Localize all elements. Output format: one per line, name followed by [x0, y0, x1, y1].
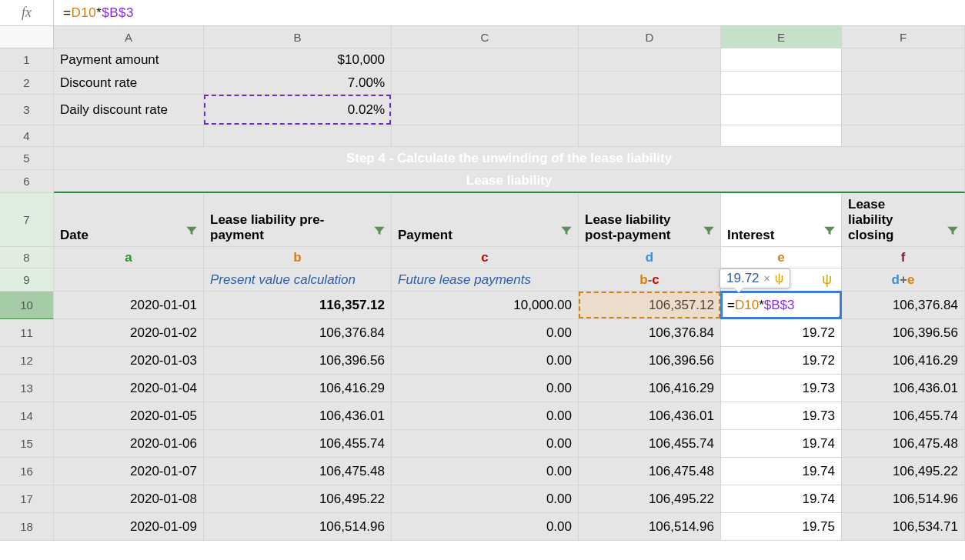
- cell-A15[interactable]: 2020-01-06: [54, 430, 204, 458]
- cell-A2[interactable]: Discount rate: [54, 72, 204, 95]
- filter-icon[interactable]: [702, 224, 716, 242]
- cell-B1[interactable]: $10,000: [204, 48, 392, 72]
- col-header-B[interactable]: B: [204, 26, 392, 48]
- row-header-15[interactable]: 15: [0, 430, 54, 458]
- row-header-16[interactable]: 16: [0, 458, 54, 485]
- cell-C15[interactable]: 0.00: [392, 430, 579, 458]
- cell-D2[interactable]: [579, 72, 721, 95]
- formula-input[interactable]: =D10*$B$3: [54, 0, 965, 25]
- cell-A1[interactable]: Payment amount: [54, 48, 204, 72]
- cell-B15[interactable]: 106,455.74: [204, 430, 392, 458]
- row-header-13[interactable]: 13: [0, 375, 54, 402]
- cell-F17[interactable]: 106,514.96: [842, 485, 965, 513]
- cell-D13[interactable]: 106,416.29: [579, 375, 721, 402]
- filter-icon[interactable]: [946, 224, 960, 242]
- row-header-5[interactable]: 5: [0, 147, 54, 170]
- cell-F4[interactable]: [842, 125, 965, 147]
- cell-E3[interactable]: [721, 95, 842, 125]
- cell-D4[interactable]: [579, 125, 721, 147]
- cell-D12[interactable]: 106,396.56: [579, 347, 721, 375]
- cell-F3[interactable]: [842, 95, 965, 125]
- cell-A16[interactable]: 2020-01-07: [54, 458, 204, 485]
- cell-B14[interactable]: 106,436.01: [204, 402, 392, 430]
- cell-C4[interactable]: [392, 125, 579, 147]
- row-header-9[interactable]: 9: [0, 268, 54, 292]
- cell-C12[interactable]: 0.00: [392, 347, 579, 375]
- cell-D17[interactable]: 106,495.22: [579, 485, 721, 513]
- cell-B3[interactable]: 0.02% ψ: [204, 95, 392, 125]
- cell-E1[interactable]: [721, 48, 842, 72]
- fx-icon[interactable]: fx: [0, 0, 54, 25]
- cell-E17[interactable]: 19.74: [721, 485, 842, 513]
- cell-F8[interactable]: f: [842, 247, 965, 268]
- cell-A17[interactable]: 2020-01-08: [54, 485, 204, 513]
- filter-icon[interactable]: [372, 224, 386, 242]
- cell-F2[interactable]: [842, 72, 965, 95]
- col-header-C[interactable]: C: [392, 26, 579, 48]
- cell-A13[interactable]: 2020-01-04: [54, 375, 204, 402]
- cell-C14[interactable]: 0.00: [392, 402, 579, 430]
- cell-D9[interactable]: b - c: [579, 268, 721, 292]
- cell-B2[interactable]: 7.00%: [204, 72, 392, 95]
- filter-icon[interactable]: [823, 224, 836, 242]
- row-header-8[interactable]: 8: [0, 247, 54, 268]
- cell-E18[interactable]: 19.75: [721, 513, 842, 541]
- filter-icon[interactable]: [185, 224, 199, 242]
- row-header-2[interactable]: 2: [0, 72, 54, 95]
- cell-B8[interactable]: b: [204, 247, 392, 268]
- cell-A4[interactable]: [54, 125, 204, 147]
- cell-F9[interactable]: d + e: [842, 268, 965, 292]
- tooltip-close-icon[interactable]: ×: [764, 272, 770, 285]
- cell-D3[interactable]: [579, 95, 721, 125]
- col-header-E[interactable]: E: [721, 26, 842, 48]
- cell-B9[interactable]: Present value calculation: [204, 268, 392, 292]
- cell-B16[interactable]: 106,475.48: [204, 458, 392, 485]
- cell-C18[interactable]: 0.00: [392, 513, 579, 541]
- lease-liability-title[interactable]: Lease liability: [54, 170, 965, 193]
- cell-F16[interactable]: 106,495.22: [842, 458, 965, 485]
- cell-C11[interactable]: 0.00: [392, 319, 579, 347]
- col-title-prepayment[interactable]: Lease liability pre-payment: [204, 193, 392, 247]
- row-header-11[interactable]: 11: [0, 319, 54, 347]
- row-header-12[interactable]: 12: [0, 347, 54, 375]
- cell-C16[interactable]: 0.00: [392, 458, 579, 485]
- cell-E8[interactable]: e: [721, 247, 842, 268]
- cell-F15[interactable]: 106,475.48: [842, 430, 965, 458]
- cell-B13[interactable]: 106,416.29: [204, 375, 392, 402]
- cell-B10[interactable]: 116,357.12: [204, 292, 392, 319]
- row-header-6[interactable]: 6: [0, 170, 54, 193]
- select-all-corner[interactable]: [0, 26, 54, 48]
- cell-F10[interactable]: 106,376.84: [842, 292, 965, 319]
- col-header-F[interactable]: F: [842, 26, 965, 48]
- cell-C10[interactable]: 10,000.00: [392, 292, 579, 319]
- row-header-17[interactable]: 17: [0, 485, 54, 513]
- cell-E15[interactable]: 19.74: [721, 430, 842, 458]
- cell-E11[interactable]: 19.72: [721, 319, 842, 347]
- cell-B12[interactable]: 106,396.56: [204, 347, 392, 375]
- cell-B4[interactable]: [204, 125, 392, 147]
- cell-A11[interactable]: 2020-01-02: [54, 319, 204, 347]
- cell-C13[interactable]: 0.00: [392, 375, 579, 402]
- row-header-14[interactable]: 14: [0, 402, 54, 430]
- cell-D11[interactable]: 106,376.84: [579, 319, 721, 347]
- cell-B18[interactable]: 106,514.96: [204, 513, 392, 541]
- cell-F18[interactable]: 106,534.71: [842, 513, 965, 541]
- cell-D16[interactable]: 106,475.48: [579, 458, 721, 485]
- cell-C17[interactable]: 0.00: [392, 485, 579, 513]
- col-title-postpayment[interactable]: Lease liability post-payment: [579, 193, 721, 247]
- col-title-date[interactable]: Date: [54, 193, 204, 247]
- cell-D15[interactable]: 106,455.74: [579, 430, 721, 458]
- col-title-interest[interactable]: Interest: [721, 193, 842, 247]
- cell-E13[interactable]: 19.73: [721, 375, 842, 402]
- cell-D14[interactable]: 106,436.01: [579, 402, 721, 430]
- cell-E2[interactable]: [721, 72, 842, 95]
- cell-A12[interactable]: 2020-01-03: [54, 347, 204, 375]
- filter-icon[interactable]: [559, 224, 573, 242]
- cell-F14[interactable]: 106,455.74: [842, 402, 965, 430]
- cell-A10[interactable]: 2020-01-01: [54, 292, 204, 319]
- cell-C9[interactable]: Future lease payments: [392, 268, 579, 292]
- col-header-D[interactable]: D: [579, 26, 721, 48]
- row-header-1[interactable]: 1: [0, 48, 54, 72]
- cell-A3[interactable]: Daily discount rate: [54, 95, 204, 125]
- row-header-4[interactable]: 4: [0, 125, 54, 147]
